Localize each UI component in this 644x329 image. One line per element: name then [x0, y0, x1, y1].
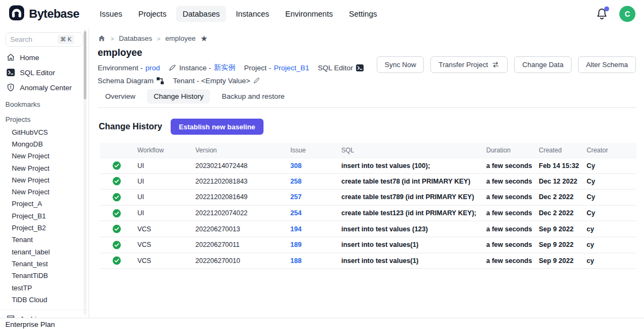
duration-cell: a few seconds	[486, 193, 539, 201]
sidebar-project-item[interactable]: Project_B1	[0, 210, 89, 222]
breadcrumb-employee[interactable]: employee	[165, 34, 195, 42]
created-cell: Sep 9 2022	[539, 241, 587, 248]
tab-overview[interactable]: Overview	[99, 89, 142, 104]
issue-link[interactable]: 308	[290, 162, 341, 170]
nav-item-issues[interactable]: Issues	[93, 6, 129, 22]
sql-cell: create table test123 (id int PRIMARY KEY…	[341, 209, 486, 217]
sidebar-project-item[interactable]: TenantTiDB	[0, 270, 89, 282]
environment-link[interactable]: prod	[145, 64, 160, 72]
version-cell: 202206270010	[195, 257, 290, 265]
sidebar-project-item[interactable]: New Project	[0, 150, 89, 162]
issue-link[interactable]: 254	[290, 209, 341, 217]
schema-diagram-icon	[156, 77, 164, 85]
transfer-project-button[interactable]: Transfer Project	[430, 56, 508, 73]
sidebar-item-home[interactable]: Home	[0, 50, 89, 65]
projects-section-label: Projects	[0, 110, 89, 125]
sync-now-button[interactable]: Sync Now	[377, 56, 425, 73]
alter-schema-button[interactable]: Alter Schema	[578, 56, 636, 73]
sidebar-project-item[interactable]: TiDB Cloud	[0, 294, 89, 305]
history-row[interactable]: UI20221202081649257create table test789 …	[100, 189, 636, 206]
change-data-button[interactable]: Change Data	[514, 56, 572, 73]
version-cell: 20230214072448	[195, 162, 290, 170]
home-icon	[6, 53, 15, 62]
sidebar-project-item[interactable]: New Project	[0, 186, 89, 198]
search-box[interactable]: ⌘ K	[5, 32, 83, 47]
sidebar-project-item[interactable]: Project_B2	[0, 222, 89, 233]
plan-label: Enterprise Plan	[5, 320, 55, 328]
bytebase-logo-icon	[9, 5, 25, 23]
success-check-icon	[112, 193, 121, 202]
top-navigation-bar: Bytebase IssuesProjectsDatabasesInstance…	[0, 0, 644, 28]
sidebar-project-item[interactable]: New Project	[0, 162, 89, 174]
workflow-cell: UI	[137, 209, 195, 217]
column-header-workflow: Workflow	[137, 147, 195, 154]
change-history-heading: Change History	[99, 122, 162, 131]
creator-cell: cy	[587, 225, 636, 233]
sidebar-project-item[interactable]: MongoDB	[0, 138, 89, 150]
column-header-creator: Creator	[587, 147, 636, 154]
nav-item-environments[interactable]: Environments	[279, 6, 340, 22]
search-shortcut-kbd: ⌘ K	[57, 35, 74, 44]
history-row[interactable]: UI20230214072448308insert into test valu…	[100, 158, 636, 174]
sidebar-project-item[interactable]: Project_A	[0, 198, 89, 210]
establish-baseline-button[interactable]: Establish new baseline	[171, 119, 263, 135]
created-cell: Sep 9 2022	[539, 257, 587, 265]
history-row[interactable]: UI20221202081843258create table test78 (…	[100, 174, 636, 190]
nav-item-projects[interactable]: Projects	[132, 6, 173, 22]
version-cell: 202206270011	[195, 241, 290, 248]
column-header-sql: SQL	[341, 147, 486, 154]
issue-link[interactable]: 257	[290, 193, 341, 201]
creator-cell: cy	[587, 241, 636, 248]
plan-footer: Enterprise Plan	[0, 318, 644, 329]
issue-link[interactable]: 258	[290, 178, 341, 185]
sidebar-project-item[interactable]: GitHubVCS	[0, 126, 89, 138]
main-content: > Databases > employee ★ employee Enviro…	[89, 28, 644, 329]
sidebar-item-sql-editor[interactable]: SQL Editor	[0, 65, 89, 80]
meta-schema-diagram[interactable]: Schema Diagram	[98, 75, 164, 86]
issue-link[interactable]: 194	[290, 225, 341, 233]
sidebar: ⌘ K Home SQL Editor	[0, 28, 89, 329]
search-input[interactable]	[10, 35, 55, 43]
created-cell: Dec 2 2022	[539, 209, 587, 217]
sidebar-project-item[interactable]: Tenant	[0, 234, 89, 246]
breadcrumb-databases[interactable]: Databases	[119, 34, 152, 42]
success-check-icon	[112, 240, 121, 250]
column-header-version: Version	[195, 147, 290, 154]
meta-tenant: Tenant - <Empty Value>	[173, 75, 260, 86]
created-cell: Dec 12 2022	[539, 178, 587, 185]
creator-cell: Cy	[587, 209, 636, 217]
nav-item-instances[interactable]: Instances	[229, 6, 275, 22]
breadcrumb-separator: >	[111, 35, 114, 42]
project-link[interactable]: Project_B1	[274, 64, 309, 72]
notification-bell-button[interactable]	[596, 8, 609, 20]
sidebar-project-item[interactable]: Tenant_test	[0, 258, 89, 269]
sidebar-project-item[interactable]: New Project	[0, 174, 89, 186]
tab-change-history[interactable]: Change History	[147, 89, 210, 104]
history-row[interactable]: VCS202206270010188insert into test value…	[100, 253, 636, 269]
meta-sql-editor[interactable]: SQL Editor	[318, 62, 364, 73]
breadcrumb-home-icon[interactable]	[98, 34, 106, 42]
created-cell: Feb 14 15:32	[539, 162, 587, 170]
issue-link[interactable]: 188	[290, 257, 341, 265]
created-cell: Dec 2 2022	[539, 193, 587, 201]
bytebase-logo[interactable]: Bytebase	[9, 5, 79, 23]
sidebar-project-item[interactable]: testTP	[0, 282, 89, 294]
column-header-created: Created	[539, 147, 587, 154]
creator-cell: cy	[587, 257, 636, 265]
history-row[interactable]: VCS202206270013194insert into test value…	[100, 221, 636, 237]
tab-backup-and-restore[interactable]: Backup and restore	[215, 89, 291, 104]
bookmark-star-icon[interactable]: ★	[200, 34, 207, 42]
sidebar-item-anomaly-center[interactable]: Anomaly Center	[0, 80, 89, 95]
sidebar-project-item[interactable]: tenant_label	[0, 246, 89, 258]
edit-pencil-icon[interactable]	[253, 77, 260, 84]
sidebar-scrollbar-thumb[interactable]	[84, 31, 86, 99]
nav-item-settings[interactable]: Settings	[342, 6, 383, 22]
issue-link[interactable]: 189	[290, 241, 341, 248]
user-avatar[interactable]: C	[619, 6, 635, 22]
nav-item-databases[interactable]: Databases	[176, 6, 226, 22]
history-row[interactable]: VCS202206270011189insert into test value…	[100, 237, 636, 253]
instance-link[interactable]: 新实例	[214, 63, 236, 72]
terminal-icon	[6, 68, 15, 77]
history-row[interactable]: UI20221202074022254create table test123 …	[100, 206, 636, 222]
sql-cell: insert into test values(1)	[341, 241, 486, 248]
